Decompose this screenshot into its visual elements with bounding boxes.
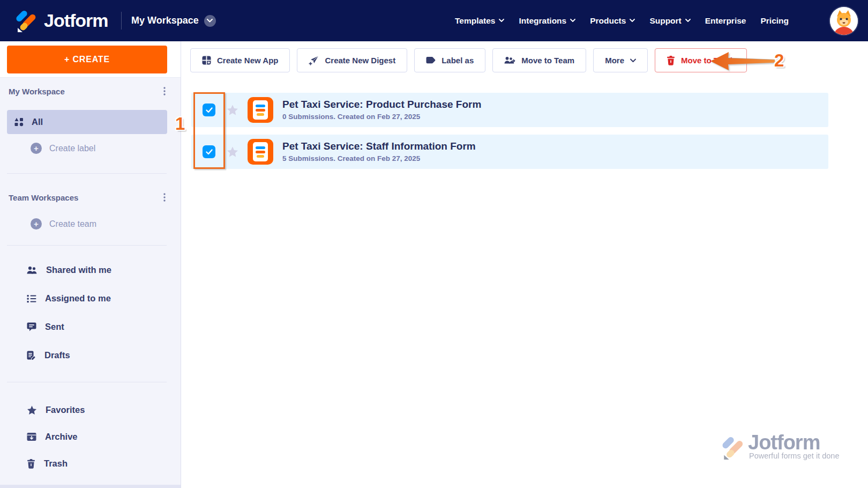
team-workspaces-section-header: Team Workspaces (9, 193, 169, 202)
sidebar-item-all[interactable]: All (7, 110, 167, 134)
all-assets-icon (14, 117, 24, 127)
shared-with-me-label: Shared with me (46, 265, 111, 275)
trash-label: Trash (44, 459, 68, 469)
create-new-app-label: Create New App (217, 56, 278, 65)
nav-integrations-label: Integrations (519, 16, 566, 26)
create-label-button[interactable]: + Create label (31, 143, 95, 154)
workspace-name: My Workspace (131, 15, 199, 26)
chevron-down-icon (630, 58, 636, 63)
form-icon-bar-blue (256, 105, 265, 107)
sidebar-item-shared-with-me[interactable]: Shared with me (27, 265, 111, 275)
sidebar-item-archive[interactable]: Archive (27, 432, 78, 442)
topbar-divider (121, 12, 122, 29)
create-button[interactable]: + CREATE (7, 46, 167, 73)
nav-templates-label: Templates (455, 16, 496, 26)
top-navigation-bar: Jotform My Workspace Templates Integrati… (0, 0, 868, 41)
form-title: Pet Taxi Service: Product Purchase Form (282, 99, 481, 110)
team-workspaces-title: Team Workspaces (9, 193, 78, 202)
sidebar-item-drafts[interactable]: Drafts (27, 350, 70, 360)
label-as-button[interactable]: Label as (414, 48, 485, 72)
nav-products-label: Products (590, 16, 626, 26)
my-workspace-kebab-menu-icon[interactable] (160, 86, 169, 96)
form-icon-page (253, 100, 268, 120)
row-checkbox-checked[interactable] (203, 103, 215, 116)
sidebar-create-area: + CREATE (0, 41, 181, 78)
form-title: Pet Taxi Service: Staff Information Form (282, 141, 476, 152)
label-as-label: Label as (442, 56, 474, 65)
workspace-switcher[interactable]: My Workspace (131, 0, 216, 41)
form-icon-bar-blue (256, 146, 265, 149)
sidebar-divider (7, 382, 167, 382)
sidebar-item-assigned-to-me[interactable]: Assigned to me (27, 293, 111, 304)
form-row-text: Pet Taxi Service: Product Purchase Form … (282, 99, 481, 121)
favorite-star-icon[interactable] (227, 146, 238, 158)
sent-label: Sent (45, 322, 64, 332)
archive-box-icon (27, 432, 36, 441)
create-team-button[interactable]: + Create team (31, 218, 96, 230)
top-nav-menu: Templates Integrations Products Support … (455, 0, 789, 41)
plus-icon: + (31, 218, 42, 230)
sidebar-bottom-edge (0, 485, 181, 488)
more-button[interactable]: More (593, 48, 648, 72)
my-workspace-title: My Workspace (9, 87, 65, 96)
create-new-digest-label: Create New Digest (325, 56, 395, 65)
create-team-text: Create team (49, 219, 96, 229)
form-row-staff-information[interactable]: Pet Taxi Service: Staff Information Form… (191, 135, 828, 169)
form-icon-bar-orange (256, 109, 265, 112)
nav-support[interactable]: Support (649, 16, 690, 26)
nav-support-label: Support (649, 16, 681, 26)
move-to-trash-button[interactable]: Move to Trash (655, 48, 747, 72)
star-icon (27, 405, 37, 415)
row-checkbox-checked[interactable] (203, 145, 215, 158)
archive-label: Archive (45, 432, 78, 442)
move-to-team-icon (504, 56, 515, 65)
team-workspaces-kebab-menu-icon[interactable] (160, 193, 169, 202)
form-icon-bar-amber (257, 155, 264, 158)
workspace-chevron-down-icon[interactable] (204, 15, 216, 27)
sidebar-item-sent[interactable]: Sent (27, 322, 64, 332)
brand-name: Jotform (44, 10, 108, 31)
checklist-icon (27, 294, 36, 303)
create-new-digest-button[interactable]: Create New Digest (297, 48, 407, 72)
jotform-logo[interactable]: Jotform (16, 0, 108, 41)
form-icon (248, 139, 273, 165)
label-tag-icon (426, 56, 436, 64)
trash-icon (27, 459, 35, 469)
chevron-down-icon (499, 19, 504, 23)
favorite-star-icon[interactable] (227, 104, 238, 116)
favorites-label: Favorites (46, 405, 85, 415)
sidebar-divider (7, 173, 167, 174)
chevron-down-icon (570, 19, 575, 23)
chevron-down-icon (685, 19, 691, 23)
sidebar-divider (7, 245, 167, 246)
chevron-down-icon (630, 19, 635, 23)
form-row-product-purchase[interactable]: Pet Taxi Service: Product Purchase Form … (191, 93, 828, 127)
paper-plane-plus-icon (309, 56, 319, 65)
nav-enterprise-label: Enterprise (705, 16, 746, 26)
jotform-my-forms-page: Jotform My Workspace Templates Integrati… (0, 0, 868, 488)
sidebar-item-favorites[interactable]: Favorites (27, 405, 85, 415)
form-icon-page (253, 142, 268, 161)
nav-pricing-label: Pricing (760, 16, 789, 26)
create-new-app-button[interactable]: Create New App (190, 48, 290, 72)
user-avatar[interactable] (830, 7, 858, 35)
nav-integrations[interactable]: Integrations (519, 16, 575, 26)
drafts-label: Drafts (44, 350, 70, 360)
nav-enterprise[interactable]: Enterprise (705, 16, 746, 26)
nav-templates[interactable]: Templates (455, 16, 505, 26)
check-icon (206, 107, 213, 113)
move-to-trash-label: Move to Trash (681, 56, 735, 65)
nav-products[interactable]: Products (590, 16, 635, 26)
chat-bubble-icon (27, 322, 36, 331)
sidebar-item-trash[interactable]: Trash (27, 459, 68, 469)
form-meta: 0 Submissions. Created on Feb 27, 2025 (282, 113, 481, 121)
move-to-team-button[interactable]: Move to Team (492, 48, 586, 72)
draft-document-icon (27, 351, 36, 360)
create-label-text: Create label (49, 144, 95, 153)
my-workspace-section-header: My Workspace (9, 86, 169, 96)
forms-list-area: Create New App Create New Digest Label a… (181, 41, 868, 488)
nav-pricing[interactable]: Pricing (760, 16, 789, 26)
jotform-logo-icon (16, 9, 38, 33)
people-icon (27, 266, 38, 275)
move-to-team-label: Move to Team (521, 56, 574, 65)
